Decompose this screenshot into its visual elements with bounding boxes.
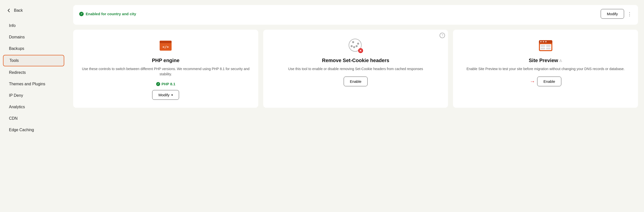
php-modify-button[interactable]: Modify ▾ [152, 90, 179, 100]
sidebar-item-info[interactable]: Info [3, 21, 64, 31]
cookie-enable-button[interactable]: Enable [344, 77, 368, 86]
sidebar-item-domains[interactable]: Domains [3, 32, 64, 42]
svg-rect-10 [541, 45, 545, 47]
svg-point-7 [543, 41, 544, 42]
sidebar-item-analytics[interactable]: Analytics [3, 102, 64, 112]
top-partial-card: ✓ Enabled for country and city Modify ⋮ [73, 5, 638, 25]
php-icon-wrapper: </> [158, 38, 174, 54]
sidebar-item-redirects[interactable]: Redirects [3, 67, 64, 78]
site-preview-icon [538, 40, 553, 52]
cookie-icon-wrapper: ✕ [348, 38, 364, 54]
enabled-status: ✓ Enabled for country and city [79, 12, 136, 16]
php-engine-title: PHP engine [152, 58, 180, 63]
svg-point-8 [545, 41, 547, 42]
php-engine-card: </> PHP engine Use these controls to swi… [73, 30, 258, 108]
sidebar-item-edge-caching[interactable]: Edge Caching [3, 125, 64, 135]
chevron-down-icon: ▾ [171, 93, 173, 97]
svg-text:</>: </> [162, 45, 169, 49]
php-engine-status: PHP 8.1 [156, 82, 176, 86]
info-icon[interactable]: ? [440, 33, 445, 38]
warning-triangle-icon: ⚠ [559, 59, 562, 63]
site-preview-icon-wrapper [538, 38, 554, 54]
site-preview-enable-button[interactable]: Enable [537, 77, 561, 86]
cookie-headers-card: ? ✕ Remove Set-Cookie headers Use this t… [263, 30, 448, 108]
php-engine-description: Use these controls to switch between dif… [80, 66, 251, 77]
svg-rect-1 [160, 41, 172, 43]
back-arrow-icon [6, 8, 12, 14]
back-label: Back [14, 8, 23, 13]
error-badge: ✕ [358, 48, 363, 53]
sidebar: Back Info Domains Backups Tools Redirect… [0, 0, 67, 212]
svg-rect-12 [541, 48, 545, 49]
sidebar-item-tools[interactable]: Tools [3, 55, 64, 66]
tools-cards-grid: </> PHP engine Use these controls to swi… [73, 30, 638, 108]
main-content: ✓ Enabled for country and city Modify ⋮ [67, 0, 644, 212]
top-actions: Modify ⋮ [601, 9, 632, 19]
sidebar-item-backups[interactable]: Backups [3, 43, 64, 54]
site-preview-title: Site Preview [529, 58, 558, 63]
php-engine-icon: </> [159, 40, 172, 52]
check-icon: ✓ [79, 12, 84, 16]
arrow-enable-row: → Enable [530, 77, 561, 86]
php-status-dot [156, 82, 160, 86]
red-arrow-icon: → [530, 78, 535, 85]
cookie-card-title: Remove Set-Cookie headers [322, 58, 389, 63]
sidebar-item-ip-deny[interactable]: IP Deny [3, 90, 64, 101]
enabled-label: Enabled for country and city [86, 12, 136, 16]
cookie-card-description: Use this tool to enable or disable remov… [288, 66, 423, 72]
more-options-icon[interactable]: ⋮ [627, 11, 632, 17]
sidebar-item-themes-plugins[interactable]: Themes and Plugins [3, 79, 64, 89]
svg-point-6 [540, 41, 542, 42]
site-preview-description: Enable Site Preview to test your site be… [466, 66, 624, 72]
back-button[interactable]: Back [0, 5, 67, 16]
svg-rect-11 [546, 45, 550, 47]
svg-rect-13 [546, 48, 550, 49]
site-preview-card: Site Preview ⚠ Enable Site Preview to te… [453, 30, 638, 108]
sidebar-item-cdn[interactable]: CDN [3, 113, 64, 124]
top-modify-button[interactable]: Modify [601, 9, 624, 19]
